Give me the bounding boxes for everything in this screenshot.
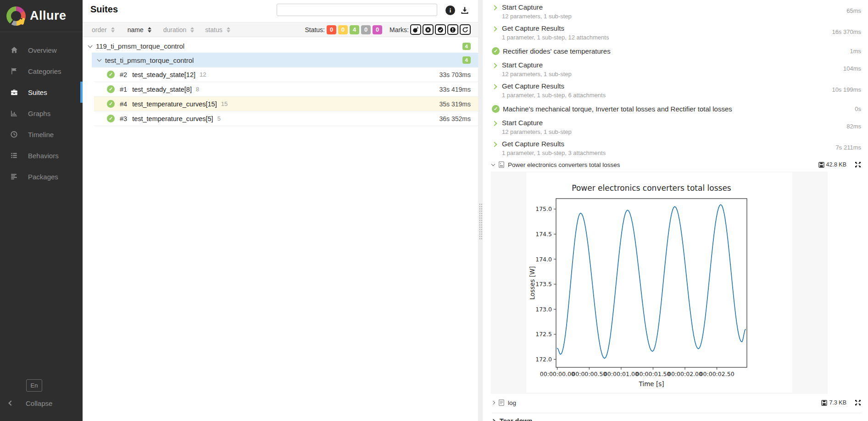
attachment-chart[interactable]: Power electronics converters total losse… [526,172,792,393]
test-param-count: 8 [196,86,199,93]
align-left-icon [10,173,19,180]
step-title: Start Capture [502,61,861,69]
panel-resize-handle[interactable] [478,0,483,421]
allure-logo-text: Allure [30,9,67,23]
collapse-button[interactable]: Collapse [0,396,83,410]
tree-node-root[interactable]: 119_ti_pmsm_torque_control 4 [83,39,478,53]
status-badge-failed[interactable]: 0 [327,25,336,34]
status-badge-broken[interactable]: 0 [338,25,348,34]
svg-text:175.0: 175.0 [535,205,552,212]
chevron-right-icon [492,121,497,126]
test-duration: 36s 352ms [440,115,471,122]
sidebar-item-graphs[interactable]: Graphs [0,103,83,124]
tree-node-label: 119_ti_pmsm_torque_control [96,42,184,50]
step-title: Get Capture Results [502,82,861,90]
step-duration: 65ms [846,7,861,14]
test-duration: 33s 419ms [440,86,471,93]
language-button[interactable]: En [26,379,42,392]
test-order: #2 [120,71,127,78]
save-file-icon[interactable] [818,162,824,168]
sort-toggle-order[interactable] [111,27,115,33]
search-input[interactable] [277,4,437,16]
tree-node-group[interactable]: test_ti_pmsm_torque_control 4 [92,53,478,67]
chevron-left-icon [8,400,13,405]
sidebar-item-packages[interactable]: Packages [0,166,83,187]
sidebar-nav: Overview Categories Suites Graphs [0,32,83,187]
attachment-size: 7.3 KB [829,399,846,406]
sidebar-item-label: Categories [28,67,61,75]
step-row[interactable]: Start Capture 12 parameters, 1 sub-step … [492,59,861,80]
chevron-down-icon [88,43,93,48]
status-badge-unknown[interactable]: 0 [373,25,382,34]
mark-retries-icon[interactable] [460,24,471,35]
step-duration: 10s 199ms [832,86,861,93]
test-order: #3 [120,115,127,122]
fullscreen-icon[interactable] [855,399,861,406]
test-row[interactable]: #2 test_steady_state[12] 12 33s 703ms [94,67,478,82]
tree-node-label: test_ti_pmsm_torque_control [105,56,194,64]
suites-panel: Suites i order name duration status Stat… [83,0,478,421]
test-row-selected[interactable]: #4 test_temperature_curves[15] 15 35s 31… [94,97,478,111]
step-title: Machine's mechanical torque, Inverter to… [503,105,732,113]
mark-flaky-bomb-icon[interactable] [410,24,421,35]
svg-text:00:00:00.50: 00:00:00.50 [572,371,606,377]
step-row-passed[interactable]: Machine's mechanical torque, Inverter to… [492,101,861,116]
svg-text:00:00:02.00: 00:00:02.00 [668,371,702,377]
status-badge-passed[interactable]: 4 [350,25,359,34]
test-row[interactable]: #1 test_steady_state[8] 8 33s 419ms [94,82,478,97]
fullscreen-icon[interactable] [855,161,861,168]
mark-passed-icon[interactable] [435,24,446,35]
svg-text:172.0: 172.0 [535,356,552,363]
attachment-row-log[interactable]: log 7.3 KB [492,397,861,409]
download-icon[interactable] [460,6,470,16]
column-order[interactable]: order [92,26,107,33]
test-order: #4 [120,100,127,108]
sidebar-item-timeline[interactable]: Timeline [0,124,83,145]
step-duration: 1ms [850,48,861,55]
step-title: Get Capture Results [502,24,861,32]
svg-text:173.0: 173.0 [535,306,552,313]
step-row-passed[interactable]: Rectifier diodes' case temperatures 1ms [492,43,861,59]
column-duration[interactable]: duration [163,26,187,33]
step-title: Start Capture [502,3,861,11]
sidebar-item-categories[interactable]: Categories [0,61,83,82]
sidebar-item-overview[interactable]: Overview [0,39,83,61]
sidebar-item-label: Packages [28,173,58,181]
info-icon[interactable]: i [445,6,455,15]
drag-grip-icon [479,203,482,240]
sort-toggle-status[interactable] [227,27,230,33]
page-title: Suites [90,4,118,15]
column-name[interactable]: name [128,26,144,33]
suites-header: Suites i [83,0,478,22]
sidebar-item-behaviors[interactable]: Behaviors [0,145,83,166]
passed-check-icon [492,47,500,55]
passed-count-badge: 4 [462,43,471,50]
test-duration: 35s 319ms [440,100,471,108]
sort-toggle-duration[interactable] [190,27,194,33]
test-row[interactable]: #3 test_temperature_curves[5] 5 36s 352m… [94,111,478,126]
allure-report-app: Allure Overview Categories Suites [0,0,868,421]
chevron-right-icon [491,419,496,421]
save-file-icon[interactable] [821,400,827,406]
step-duration: 0s [855,105,861,112]
home-icon [10,46,19,54]
step-duration: 104ms [843,65,861,72]
teardown-section-toggle[interactable]: Tear down [492,413,861,421]
step-row[interactable]: Get Capture Results 1 parameter, 1 sub-s… [492,80,861,101]
column-status[interactable]: status [205,26,222,33]
attachment-row-chart[interactable]: Power electronics converters total losse… [492,159,861,171]
chevron-right-icon [492,26,497,31]
attachment-title: log [508,399,516,406]
step-duration: 82ms [846,123,861,130]
sidebar-item-suites[interactable]: Suites [0,82,83,103]
status-badge-skipped[interactable]: 0 [361,25,371,34]
step-meta: 1 parameter, 1 sub-step, 3 attachments [502,150,861,156]
mark-failed-icon[interactable] [423,24,434,35]
allure-logo[interactable]: Allure [0,0,83,32]
mark-broken-icon[interactable] [447,24,458,35]
step-row[interactable]: Get Capture Results 1 parameter, 1 sub-s… [492,138,861,159]
step-row[interactable]: Start Capture 12 parameters, 1 sub-step … [492,1,861,22]
step-row[interactable]: Start Capture 12 parameters, 1 sub-step … [492,116,861,138]
sort-toggle-name[interactable] [148,27,151,33]
step-row[interactable]: Get Capture Results 1 parameter, 1 sub-s… [492,22,861,43]
